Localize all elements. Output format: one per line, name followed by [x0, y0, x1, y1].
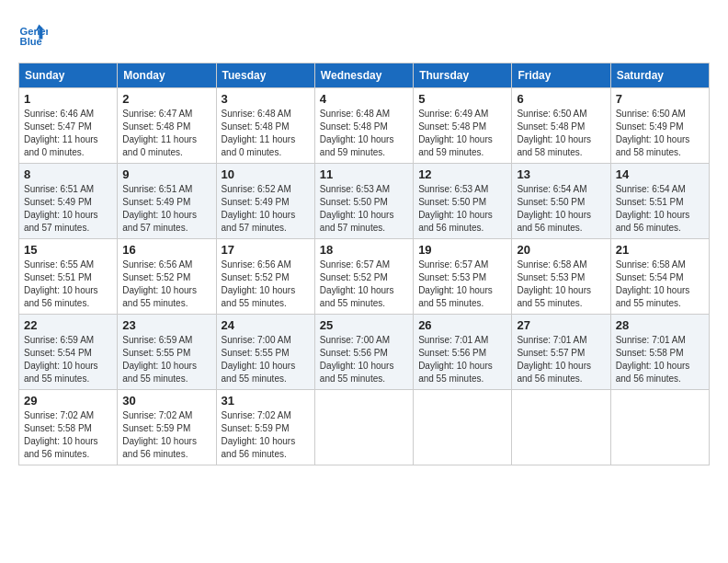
calendar-week-1: 1Sunrise: 6:46 AM Sunset: 5:47 PM Daylig…	[19, 88, 710, 164]
logo-icon: General Blue	[18, 18, 48, 48]
day-info: Sunrise: 6:53 AM Sunset: 5:50 PM Dayligh…	[418, 183, 506, 235]
day-info: Sunrise: 6:51 AM Sunset: 5:49 PM Dayligh…	[122, 183, 210, 235]
day-info: Sunrise: 7:01 AM Sunset: 5:56 PM Dayligh…	[418, 334, 506, 385]
day-header-tuesday: Tuesday	[216, 63, 314, 88]
day-number: 24	[222, 318, 310, 332]
calendar-cell: 4Sunrise: 6:48 AM Sunset: 5:48 PM Daylig…	[314, 88, 413, 164]
calendar-cell: 19Sunrise: 6:57 AM Sunset: 5:53 PM Dayli…	[414, 239, 512, 315]
svg-text:General: General	[20, 26, 48, 37]
calendar-cell: 28Sunrise: 7:01 AM Sunset: 5:58 PM Dayli…	[610, 315, 709, 390]
calendar-cell: 31Sunrise: 7:02 AM Sunset: 5:59 PM Dayli…	[216, 390, 314, 465]
day-info: Sunrise: 7:02 AM Sunset: 5:58 PM Dayligh…	[24, 409, 112, 461]
day-number: 27	[517, 318, 605, 332]
day-number: 26	[418, 318, 506, 332]
calendar-cell: 15Sunrise: 6:55 AM Sunset: 5:51 PM Dayli…	[19, 239, 118, 315]
day-number: 11	[320, 167, 408, 181]
calendar-header-row: SundayMondayTuesdayWednesdayThursdayFrid…	[19, 63, 710, 88]
day-number: 2	[122, 92, 210, 106]
calendar-week-4: 22Sunrise: 6:59 AM Sunset: 5:54 PM Dayli…	[19, 315, 710, 390]
calendar-cell: 9Sunrise: 6:51 AM Sunset: 5:49 PM Daylig…	[118, 164, 216, 239]
calendar-cell: 12Sunrise: 6:53 AM Sunset: 5:50 PM Dayli…	[414, 164, 512, 239]
calendar-body: 1Sunrise: 6:46 AM Sunset: 5:47 PM Daylig…	[19, 88, 710, 465]
day-number: 20	[517, 243, 605, 257]
day-info: Sunrise: 6:48 AM Sunset: 5:48 PM Dayligh…	[222, 108, 310, 159]
day-info: Sunrise: 6:46 AM Sunset: 5:47 PM Dayligh…	[24, 108, 112, 159]
day-number: 3	[222, 92, 310, 106]
calendar-cell: 8Sunrise: 6:51 AM Sunset: 5:49 PM Daylig…	[19, 164, 118, 239]
day-number: 30	[122, 394, 210, 408]
calendar-cell	[414, 390, 512, 465]
calendar-cell: 5Sunrise: 6:49 AM Sunset: 5:48 PM Daylig…	[414, 88, 512, 164]
calendar-cell: 16Sunrise: 6:56 AM Sunset: 5:52 PM Dayli…	[118, 239, 216, 315]
day-number: 22	[24, 318, 112, 332]
day-info: Sunrise: 7:02 AM Sunset: 5:59 PM Dayligh…	[122, 409, 210, 461]
day-info: Sunrise: 6:59 AM Sunset: 5:55 PM Dayligh…	[122, 334, 210, 385]
day-number: 1	[24, 92, 112, 106]
calendar-cell: 23Sunrise: 6:59 AM Sunset: 5:55 PM Dayli…	[118, 315, 216, 390]
day-info: Sunrise: 7:02 AM Sunset: 5:59 PM Dayligh…	[222, 409, 310, 461]
logo: General Blue	[18, 18, 48, 48]
calendar-cell	[314, 390, 413, 465]
calendar-cell: 27Sunrise: 7:01 AM Sunset: 5:57 PM Dayli…	[512, 315, 610, 390]
calendar-cell: 7Sunrise: 6:50 AM Sunset: 5:49 PM Daylig…	[610, 88, 709, 164]
day-number: 18	[320, 243, 408, 257]
calendar-week-2: 8Sunrise: 6:51 AM Sunset: 5:49 PM Daylig…	[19, 164, 710, 239]
day-info: Sunrise: 6:50 AM Sunset: 5:49 PM Dayligh…	[616, 108, 704, 159]
day-info: Sunrise: 6:54 AM Sunset: 5:51 PM Dayligh…	[616, 183, 704, 235]
day-number: 7	[616, 92, 704, 106]
day-info: Sunrise: 6:54 AM Sunset: 5:50 PM Dayligh…	[517, 183, 605, 235]
day-info: Sunrise: 6:55 AM Sunset: 5:51 PM Dayligh…	[24, 259, 112, 310]
day-info: Sunrise: 6:56 AM Sunset: 5:52 PM Dayligh…	[122, 259, 210, 310]
day-info: Sunrise: 6:48 AM Sunset: 5:48 PM Dayligh…	[320, 108, 408, 159]
day-info: Sunrise: 6:57 AM Sunset: 5:52 PM Dayligh…	[320, 259, 408, 310]
day-number: 25	[320, 318, 408, 332]
day-header-wednesday: Wednesday	[314, 63, 413, 88]
calendar-cell: 1Sunrise: 6:46 AM Sunset: 5:47 PM Daylig…	[19, 88, 118, 164]
calendar-cell: 6Sunrise: 6:50 AM Sunset: 5:48 PM Daylig…	[512, 88, 610, 164]
calendar-cell: 30Sunrise: 7:02 AM Sunset: 5:59 PM Dayli…	[118, 390, 216, 465]
day-header-friday: Friday	[512, 63, 610, 88]
page-header: General Blue	[18, 18, 710, 48]
day-number: 29	[24, 394, 112, 408]
day-info: Sunrise: 7:00 AM Sunset: 5:55 PM Dayligh…	[222, 334, 310, 385]
day-header-saturday: Saturday	[610, 63, 709, 88]
day-number: 12	[418, 167, 506, 181]
day-number: 14	[616, 167, 704, 181]
calendar-cell: 11Sunrise: 6:53 AM Sunset: 5:50 PM Dayli…	[314, 164, 413, 239]
day-header-sunday: Sunday	[19, 63, 118, 88]
day-info: Sunrise: 6:49 AM Sunset: 5:48 PM Dayligh…	[418, 108, 506, 159]
svg-text:Blue: Blue	[20, 36, 42, 47]
calendar-cell: 14Sunrise: 6:54 AM Sunset: 5:51 PM Dayli…	[610, 164, 709, 239]
day-number: 28	[616, 318, 704, 332]
calendar-table: SundayMondayTuesdayWednesdayThursdayFrid…	[18, 63, 710, 465]
day-info: Sunrise: 6:56 AM Sunset: 5:52 PM Dayligh…	[222, 259, 310, 310]
calendar-cell: 24Sunrise: 7:00 AM Sunset: 5:55 PM Dayli…	[216, 315, 314, 390]
day-info: Sunrise: 7:00 AM Sunset: 5:56 PM Dayligh…	[320, 334, 408, 385]
calendar-cell: 21Sunrise: 6:58 AM Sunset: 5:54 PM Dayli…	[610, 239, 709, 315]
day-info: Sunrise: 6:58 AM Sunset: 5:53 PM Dayligh…	[517, 259, 605, 310]
day-number: 13	[517, 167, 605, 181]
calendar-cell: 18Sunrise: 6:57 AM Sunset: 5:52 PM Dayli…	[314, 239, 413, 315]
day-info: Sunrise: 6:47 AM Sunset: 5:48 PM Dayligh…	[122, 108, 210, 159]
day-number: 9	[122, 167, 210, 181]
calendar-cell: 20Sunrise: 6:58 AM Sunset: 5:53 PM Dayli…	[512, 239, 610, 315]
day-info: Sunrise: 6:58 AM Sunset: 5:54 PM Dayligh…	[616, 259, 704, 310]
day-number: 19	[418, 243, 506, 257]
calendar-cell: 17Sunrise: 6:56 AM Sunset: 5:52 PM Dayli…	[216, 239, 314, 315]
day-number: 5	[418, 92, 506, 106]
day-number: 6	[517, 92, 605, 106]
day-number: 16	[122, 243, 210, 257]
day-number: 21	[616, 243, 704, 257]
calendar-cell: 26Sunrise: 7:01 AM Sunset: 5:56 PM Dayli…	[414, 315, 512, 390]
day-info: Sunrise: 6:52 AM Sunset: 5:49 PM Dayligh…	[222, 183, 310, 235]
calendar-cell: 29Sunrise: 7:02 AM Sunset: 5:58 PM Dayli…	[19, 390, 118, 465]
day-number: 8	[24, 167, 112, 181]
calendar-cell	[610, 390, 709, 465]
day-info: Sunrise: 7:01 AM Sunset: 5:57 PM Dayligh…	[517, 334, 605, 385]
day-info: Sunrise: 6:57 AM Sunset: 5:53 PM Dayligh…	[418, 259, 506, 310]
day-number: 23	[122, 318, 210, 332]
calendar-cell	[512, 390, 610, 465]
day-info: Sunrise: 6:50 AM Sunset: 5:48 PM Dayligh…	[517, 108, 605, 159]
calendar-cell: 25Sunrise: 7:00 AM Sunset: 5:56 PM Dayli…	[314, 315, 413, 390]
day-number: 10	[222, 167, 310, 181]
